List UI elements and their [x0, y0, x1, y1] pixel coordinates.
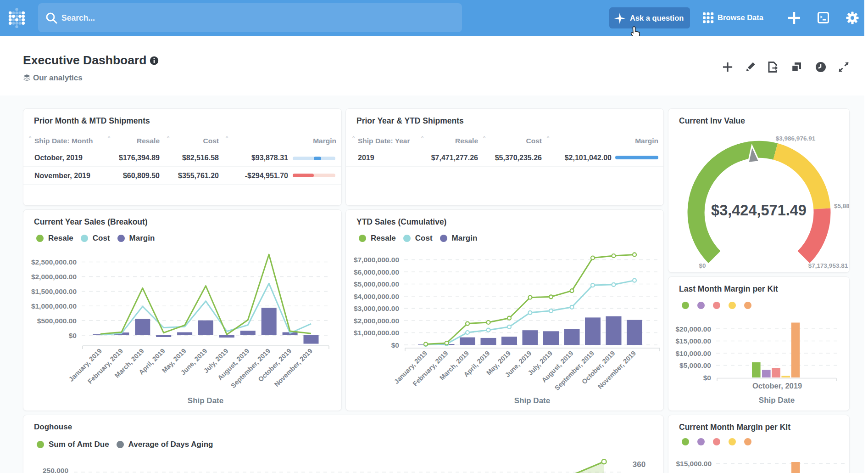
svg-text:Ship Date: Ship Date — [759, 396, 795, 405]
svg-text:$1,500,000.00: $1,500,000.00 — [31, 287, 77, 295]
svg-text:$7,173,953.81: $7,173,953.81 — [808, 262, 848, 269]
svg-text:$7,000,000.00: $7,000,000.00 — [354, 256, 399, 264]
svg-text:$0: $0 — [69, 332, 77, 339]
svg-text:September, 2019: September, 2019 — [553, 349, 595, 392]
svg-text:$6,000,000.00: $6,000,000.00 — [354, 268, 399, 276]
svg-text:$2,500,000.00: $2,500,000.00 — [31, 258, 77, 266]
svg-text:250,000: 250,000 — [43, 467, 68, 473]
svg-text:360: 360 — [633, 460, 645, 469]
svg-text:$5,000.00: $5,000.00 — [679, 361, 711, 369]
svg-text:$3,000,000.00: $3,000,000.00 — [354, 304, 399, 312]
svg-text:$2,000,000.00: $2,000,000.00 — [354, 317, 399, 325]
svg-text:October, 2019: October, 2019 — [752, 382, 802, 390]
svg-text:$1,000,000.00: $1,000,000.00 — [354, 329, 399, 337]
svg-text:November, 2019: November, 2019 — [273, 347, 314, 388]
svg-text:$15,000.00: $15,000.00 — [676, 460, 712, 467]
svg-text:November, 2019: November, 2019 — [596, 349, 637, 390]
svg-text:$5,000,000.00: $5,000,000.00 — [354, 280, 399, 288]
svg-text:$15,000.00: $15,000.00 — [675, 337, 711, 345]
svg-text:$20,000.00: $20,000.00 — [675, 325, 711, 333]
svg-text:$0: $0 — [703, 374, 711, 382]
svg-text:Ship Date: Ship Date — [188, 396, 223, 405]
svg-text:$1,000,000.00: $1,000,000.00 — [31, 302, 77, 310]
svg-text:Ship Date: Ship Date — [514, 396, 550, 405]
svg-text:$0: $0 — [391, 341, 399, 349]
svg-text:$0: $0 — [699, 262, 706, 269]
svg-text:$3,986,976.91: $3,986,976.91 — [776, 135, 816, 142]
svg-text:$3,424,571.49: $3,424,571.49 — [711, 202, 807, 219]
svg-text:September, 2019: September, 2019 — [229, 347, 272, 389]
svg-text:$5,889,5: $5,889,5 — [834, 203, 850, 209]
svg-text:$500,000.00: $500,000.00 — [37, 317, 77, 325]
svg-text:$10,000.00: $10,000.00 — [675, 349, 711, 357]
svg-text:$2,000,000.00: $2,000,000.00 — [31, 273, 77, 281]
svg-text:$4,000,000.00: $4,000,000.00 — [354, 293, 399, 300]
